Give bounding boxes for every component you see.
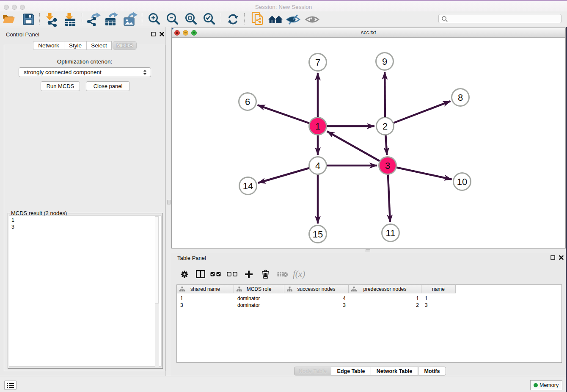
svg-text:15: 15 [313,229,323,240]
svg-text:6: 6 [245,97,250,107]
svg-text:8: 8 [458,92,463,103]
svg-text:2: 2 [383,121,388,132]
svg-text:1: 1 [315,121,320,132]
svg-text:14: 14 [243,181,253,191]
svg-text:10: 10 [457,177,467,187]
svg-text:3: 3 [385,160,390,171]
svg-text:4: 4 [315,160,320,171]
svg-text:9: 9 [382,56,387,67]
svg-text:7: 7 [315,57,320,68]
svg-text:11: 11 [386,228,396,238]
